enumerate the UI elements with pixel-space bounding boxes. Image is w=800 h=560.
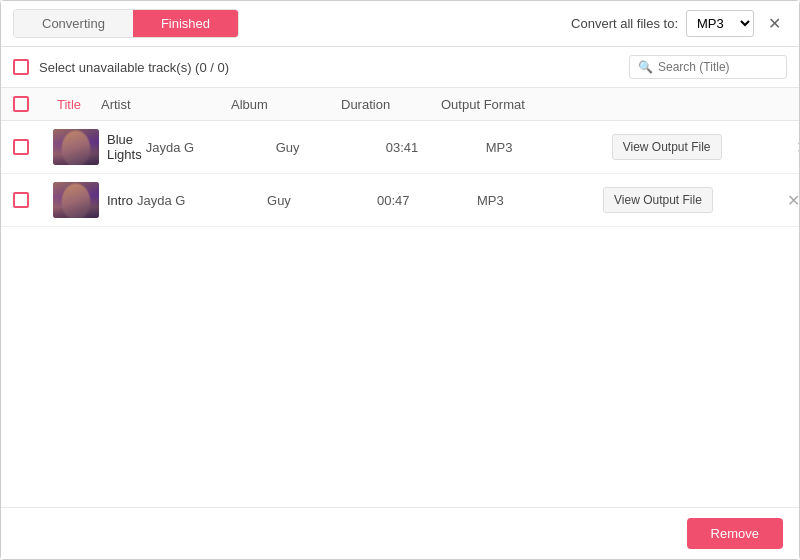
tab-group: Converting Finished	[13, 9, 239, 38]
row-2-delete-cell: ✕	[783, 189, 799, 212]
table-row: Blue Lights Jayda G Guy 03:41 MP3 View O…	[1, 121, 799, 174]
search-box: 🔍	[629, 55, 787, 79]
sub-bar: Select unavailable track(s) (0 / 0) 🔍	[1, 47, 799, 88]
app-window: Converting Finished Convert all files to…	[0, 0, 800, 560]
header-album: Album	[227, 97, 337, 112]
row-1-delete-cell: ✕	[792, 136, 799, 159]
row-2-artist: Jayda G	[133, 193, 263, 208]
row-2-view-output-button[interactable]: View Output File	[603, 187, 713, 213]
top-bar: Converting Finished Convert all files to…	[1, 1, 799, 47]
content-spacer	[1, 314, 799, 507]
table-row: Intro Jayda G Guy 00:47 MP3 View Output …	[1, 174, 799, 227]
row-1-format: MP3	[482, 140, 612, 155]
table-header: Title Artist Album Duration Output Forma…	[1, 88, 799, 121]
select-unavailable-checkbox[interactable]	[13, 59, 29, 75]
row-1-view-btn-cell: View Output File	[612, 134, 792, 160]
row-2-title-cell: Intro	[53, 182, 133, 218]
search-input[interactable]	[658, 60, 778, 74]
row-2-checkbox-cell	[13, 192, 53, 208]
header-checkbox-cell	[13, 96, 53, 112]
table-body: Blue Lights Jayda G Guy 03:41 MP3 View O…	[1, 121, 799, 314]
row-2-view-btn-cell: View Output File	[603, 187, 783, 213]
remove-button[interactable]: Remove	[687, 518, 783, 549]
row-2-checkbox[interactable]	[13, 192, 29, 208]
search-icon: 🔍	[638, 60, 653, 74]
row-2-album: Guy	[263, 193, 373, 208]
row-2-delete-button[interactable]: ✕	[783, 189, 799, 212]
close-button[interactable]: ✕	[762, 12, 787, 35]
row-1-album: Guy	[272, 140, 382, 155]
select-unavailable-label: Select unavailable track(s) (0 / 0)	[39, 60, 229, 75]
row-1-duration: 03:41	[382, 140, 482, 155]
row-1-title: Blue Lights	[107, 132, 142, 162]
tab-finished[interactable]: Finished	[133, 10, 238, 37]
row-2-thumbnail	[53, 182, 99, 218]
header-title: Title	[53, 97, 97, 112]
row-1-checkbox[interactable]	[13, 139, 29, 155]
row-2-duration: 00:47	[373, 193, 473, 208]
row-2-title: Intro	[107, 193, 133, 208]
header-duration: Duration	[337, 97, 437, 112]
tab-converting[interactable]: Converting	[14, 10, 133, 37]
convert-all-label: Convert all files to:	[571, 16, 678, 31]
top-bar-right: Convert all files to: MP3 AAC FLAC WAV O…	[571, 10, 787, 37]
row-1-thumbnail	[53, 129, 99, 165]
format-select[interactable]: MP3 AAC FLAC WAV OGG	[686, 10, 754, 37]
header-checkbox[interactable]	[13, 96, 29, 112]
bottom-bar: Remove	[1, 507, 799, 559]
row-1-delete-button[interactable]: ✕	[792, 136, 799, 159]
row-1-view-output-button[interactable]: View Output File	[612, 134, 722, 160]
header-artist: Artist	[97, 97, 227, 112]
row-1-checkbox-cell	[13, 139, 53, 155]
row-2-format: MP3	[473, 193, 603, 208]
row-1-title-cell: Blue Lights	[53, 129, 142, 165]
row-1-artist: Jayda G	[142, 140, 272, 155]
header-output-format: Output Format	[437, 97, 567, 112]
